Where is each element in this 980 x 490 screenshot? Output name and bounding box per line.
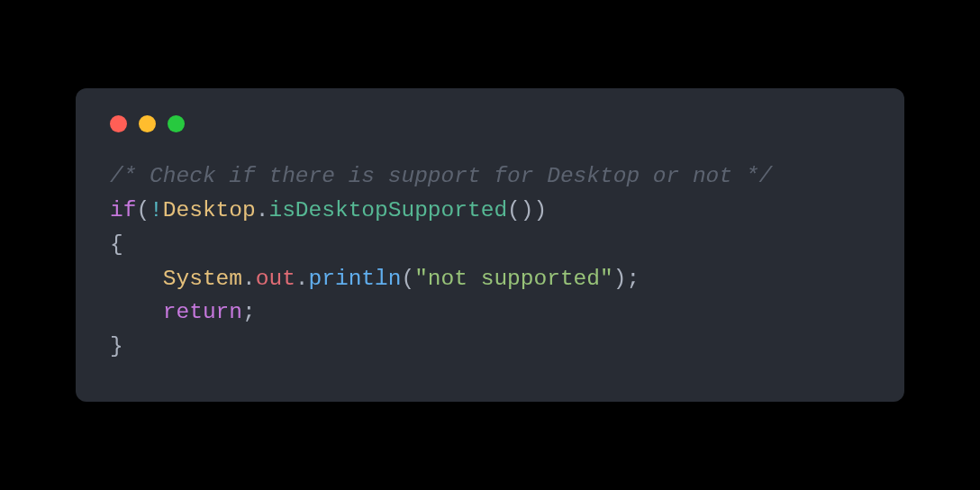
code-comment: /* Check if there is support for Desktop…: [110, 164, 772, 188]
keyword-return: return: [163, 300, 242, 324]
indent: [110, 267, 163, 291]
keyword-if: if: [110, 198, 136, 222]
close-icon[interactable]: [110, 115, 127, 132]
string-literal: "not supported": [414, 267, 613, 291]
class-system: System: [163, 267, 242, 291]
semicolon: ;: [242, 300, 256, 324]
maximize-icon[interactable]: [168, 115, 185, 132]
brace-close: }: [110, 334, 123, 358]
indent: [110, 300, 163, 324]
parens: (): [507, 198, 533, 222]
dot: .: [295, 267, 309, 291]
paren-open: (: [136, 198, 150, 222]
paren-close: ): [613, 267, 627, 291]
brace-open: {: [110, 232, 123, 257]
semicolon: ;: [626, 267, 640, 291]
paren-close: ): [534, 198, 548, 222]
class-desktop: Desktop: [163, 198, 256, 222]
property-out: out: [256, 267, 295, 291]
dot: .: [256, 198, 269, 222]
minimize-icon[interactable]: [139, 115, 156, 132]
operator-not: !: [150, 198, 163, 222]
code-block: /* Check if there is support for Desktop…: [110, 159, 870, 365]
paren-open: (: [401, 267, 414, 291]
method-isdesktopsupported: isDesktopSupported: [268, 198, 507, 222]
traffic-lights: [110, 115, 870, 132]
code-window: /* Check if there is support for Desktop…: [76, 88, 904, 403]
method-println: println: [309, 267, 402, 291]
dot: .: [242, 267, 256, 291]
